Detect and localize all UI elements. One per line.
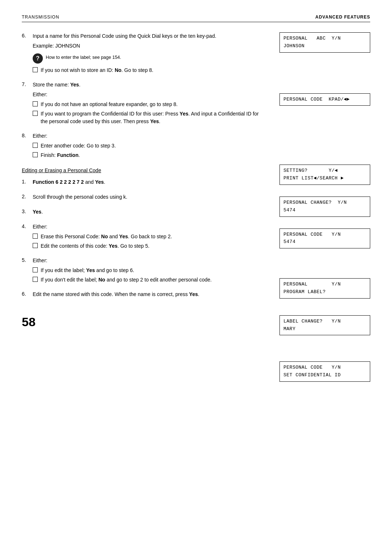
step-4-content: Either: Erase this Personal Code: No and… xyxy=(33,223,265,252)
step-4-either: Either: xyxy=(33,223,265,231)
checkbox-icon xyxy=(33,101,38,106)
checkbox-icon xyxy=(33,234,38,239)
step-number: 2. xyxy=(22,193,28,203)
checkbox-icon xyxy=(33,143,38,148)
step-2-text: Scroll through the personal codes using … xyxy=(33,193,265,201)
checkbox-text: Finish: Function. xyxy=(41,151,80,159)
checkbox-icon xyxy=(33,111,38,116)
checkbox-text: If you don't edit the label; No and go t… xyxy=(41,276,212,284)
step-7-content: Store the name: Yes. Either: If you do n… xyxy=(33,81,265,127)
lcd-display-8: PERSONAL CODE Y/N SET CONFIDENTIAL ID xyxy=(279,361,370,382)
header-left: TRANSMISSION xyxy=(22,15,59,20)
step-7-text: Store the name: Yes. xyxy=(33,81,265,89)
spacer-2 xyxy=(279,117,370,165)
lcd-group-6: PERSONAL Y/N PROGRAM LABEL? xyxy=(279,278,370,304)
checkbox-icon xyxy=(33,243,38,248)
step-number: 4. xyxy=(22,223,28,252)
step-7: 7. Store the name: Yes. Either: If you d… xyxy=(22,81,265,127)
lcd-display-5: PERSONAL CODE Y/N 5474 xyxy=(279,228,370,249)
page-header: TRANSMISSION ADVANCED FEATURES xyxy=(22,15,370,22)
main-content: 6. Input a name for this Personal Code u… xyxy=(22,32,370,393)
page: TRANSMISSION ADVANCED FEATURES 6. Input … xyxy=(0,0,392,555)
checkbox-item: If you don't edit the label; No and go t… xyxy=(33,276,265,284)
checkbox-item: If you want to program the Confiden­tial… xyxy=(33,110,265,125)
lcd-display-4: PERSONAL CHANGE? Y/N 5474 xyxy=(279,197,370,217)
checkbox-item: Finish: Function. xyxy=(33,151,265,159)
step-1-text: Function 6 2 2 2 2 7 2 and Yes. xyxy=(33,178,265,186)
checkbox-icon xyxy=(33,267,38,272)
lcd-group-7: LABEL CHANGE? Y/N MARY xyxy=(279,315,370,341)
step-number: 1. xyxy=(22,178,28,188)
step-number: 7. xyxy=(22,81,28,127)
checkbox-item: If you so not wish to store an ID: No. G… xyxy=(33,66,265,74)
step-4-bottom: 4. Either: Erase this Personal Code: No … xyxy=(22,223,265,252)
step-8-content: Either: Enter another code: Go to step 3… xyxy=(33,132,265,161)
spacer-4 xyxy=(279,310,370,315)
step-1-bottom: 1. Function 6 2 2 2 2 7 2 and Yes. xyxy=(22,178,265,188)
lcd-display-7: LABEL CHANGE? Y/N MARY xyxy=(279,315,370,336)
step-number: 3. xyxy=(22,208,28,218)
header-right: ADVANCED FEATURES xyxy=(315,15,370,20)
checkbox-item: If you do not have an optional feature e… xyxy=(33,101,265,108)
step-6-content: Input a name for this Personal Code usin… xyxy=(33,32,265,76)
lcd-display-1: PERSONAL ABC Y/N JOHNSON xyxy=(279,32,370,53)
checkbox-text: Enter another code: Go to step 3. xyxy=(41,142,116,150)
lcd-group-3: SETTING? Y/◄ PRINT LIST◄/SEARCH ► xyxy=(279,165,370,191)
step-number: 5. xyxy=(22,257,28,285)
checkbox-item: If you edit the label; Yes and go to ste… xyxy=(33,267,265,274)
step-6-text: Input a name for this Personal Code usin… xyxy=(33,32,265,40)
step-6-bottom: 6. Edit the name stored with this code. … xyxy=(22,291,265,300)
checkbox-text: If you so not wish to store an ID: No. G… xyxy=(41,66,153,74)
step-1-content: Function 6 2 2 2 2 7 2 and Yes. xyxy=(33,178,265,188)
step-5-content: Either: If you edit the label; Yes and g… xyxy=(33,257,265,285)
step-number: 6. xyxy=(22,32,28,76)
step-6-example: Example: JOHNSON xyxy=(33,42,265,50)
step-6b-text: Edit the name stored with this code. Whe… xyxy=(33,291,265,298)
spacer-5 xyxy=(279,347,370,361)
lcd-display-2: PERSONAL CODE KPAD/◄► xyxy=(279,93,370,106)
lcd-group-5: PERSONAL CODE Y/N 5474 xyxy=(279,228,370,255)
step-6-top: 6. Input a name for this Personal Code u… xyxy=(22,32,265,76)
step-2-bottom: 2. Scroll through the personal codes usi… xyxy=(22,193,265,203)
lcd-group-4: PERSONAL CHANGE? Y/N 5474 xyxy=(279,197,370,223)
lcd-display-3: SETTING? Y/◄ PRINT LIST◄/SEARCH ► xyxy=(279,165,370,185)
step-number: 6. xyxy=(22,291,28,300)
step-5-bottom: 5. Either: If you edit the label; Yes an… xyxy=(22,257,265,285)
lcd-group-2: PERSONAL CODE KPAD/◄► xyxy=(279,93,370,112)
checkbox-text: Edit the contents of this code: Yes. Go … xyxy=(41,242,150,250)
question-icon: ? xyxy=(33,53,43,64)
left-column: 6. Input a name for this Personal Code u… xyxy=(22,32,276,393)
checkbox-text: If you do not have an optional feature e… xyxy=(41,101,178,108)
step-3-bottom: 3. Yes. xyxy=(22,208,265,218)
step-3-text: Yes. xyxy=(33,208,265,216)
step-number: 8. xyxy=(22,132,28,161)
lcd-display-6: PERSONAL Y/N PROGRAM LABEL? xyxy=(279,278,370,299)
checkbox-item: Erase this Personal Code: No and Yes. Go… xyxy=(33,233,265,240)
step-2-content: Scroll through the personal codes using … xyxy=(33,193,265,203)
lcd-group-1: PERSONAL ABC Y/N JOHNSON xyxy=(279,32,370,58)
step-8-either: Either: xyxy=(33,132,265,140)
checkbox-item: Edit the contents of this code: Yes. Go … xyxy=(33,242,265,250)
step-5-either: Either: xyxy=(33,257,265,264)
note-text: How to enter the label; see page 154. xyxy=(46,53,121,61)
checkbox-text: If you want to program the Confiden­tial… xyxy=(41,110,265,125)
right-column: PERSONAL ABC Y/N JOHNSON PERSONAL CODE K… xyxy=(276,32,370,393)
spacer-3 xyxy=(279,260,370,278)
checkbox-icon xyxy=(33,277,38,282)
lcd-group-8: PERSONAL CODE Y/N SET CONFIDENTIAL ID xyxy=(279,361,370,388)
spacer-1 xyxy=(279,64,370,93)
checkbox-text: Erase this Personal Code: No and Yes. Go… xyxy=(41,233,172,240)
checkbox-icon xyxy=(33,67,38,72)
page-number: 58 xyxy=(22,315,265,329)
step-8: 8. Either: Enter another code: Go to ste… xyxy=(22,132,265,161)
checkbox-item: Enter another code: Go to step 3. xyxy=(33,142,265,150)
note-box: ? How to enter the label; see page 154. xyxy=(33,53,265,64)
section-heading: Editing or Erasing a Personal Code xyxy=(22,167,265,173)
checkbox-text: If you edit the label; Yes and go to ste… xyxy=(41,267,134,274)
checkbox-icon xyxy=(33,152,38,157)
step-3-content: Yes. xyxy=(33,208,265,218)
step-6b-content: Edit the name stored with this code. Whe… xyxy=(33,291,265,300)
step-7-either: Either: xyxy=(33,91,265,98)
